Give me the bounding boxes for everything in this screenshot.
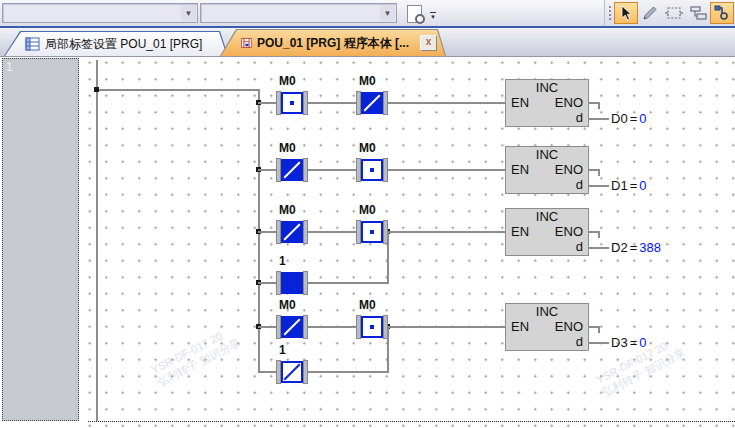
wire [308, 326, 357, 328]
contact-label: M0 [279, 298, 296, 312]
contact-label: M0 [359, 298, 376, 312]
tab-close-button[interactable]: x [420, 35, 437, 51]
contact-m0-open[interactable]: M0 [276, 91, 308, 115]
contact-m0-closed[interactable]: M0 [276, 220, 308, 244]
block-title: INC [506, 80, 588, 95]
monitored-output[interactable]: D0=0 [611, 111, 646, 126]
equals-sign: = [630, 240, 638, 255]
toolbar-overflow-button[interactable]: ▾ [428, 12, 438, 24]
tab-local-label-settings[interactable]: 局部标签设置 POU_01 [PRG] [4, 31, 228, 56]
plc-ide-window: ▼ ▼ ▾ [0, 0, 735, 428]
junction-dot [94, 87, 99, 92]
contact-label: M0 [359, 74, 376, 88]
wire [388, 169, 505, 171]
operand-value: 0 [639, 178, 646, 193]
equals-sign: = [630, 178, 638, 193]
contact-m0-closed[interactable]: M0 [276, 158, 308, 182]
d-output-wire [589, 342, 609, 344]
network-header-selected[interactable]: 1 [2, 58, 79, 421]
eno-stub-hook [598, 231, 600, 238]
inc-function-block[interactable]: INC ENENO d [505, 146, 589, 194]
combo-2-dropdown-arrow-icon[interactable]: ▼ [380, 5, 395, 21]
operand-name: D0 [611, 111, 628, 126]
dashed-box-icon [665, 5, 683, 21]
en-pin: EN [511, 162, 529, 177]
contact-label: M0 [359, 141, 376, 155]
cursor-arrow-icon [618, 5, 634, 21]
block-title: INC [506, 209, 588, 224]
block-title: INC [506, 304, 588, 319]
eno-stub-hook [598, 326, 600, 333]
contact-label: M0 [279, 203, 296, 217]
branch-merge-wire [387, 328, 389, 373]
contact-m0-open[interactable]: M0 [356, 158, 388, 182]
toolbar-grip-handle[interactable] [607, 4, 612, 22]
left-power-rail [96, 60, 98, 421]
fb-ladder-toggle-icon [714, 5, 730, 21]
wire [308, 102, 357, 104]
equals-sign: = [630, 335, 638, 350]
wire [258, 169, 277, 171]
block-diagram-icon [689, 5, 707, 21]
insert-network-tool-button[interactable] [686, 2, 710, 24]
contact-m0-open[interactable]: M0 [356, 315, 388, 339]
d-pin: d [506, 110, 588, 125]
wire [308, 282, 389, 284]
operand-value: 0 [639, 335, 646, 350]
eno-pin: ENO [555, 162, 583, 177]
wire [258, 231, 277, 233]
contact-label: M0 [279, 74, 296, 88]
edit-tool-group [604, 0, 735, 26]
monitored-output[interactable]: D2=388 [611, 240, 661, 255]
branch-merge-wire [387, 233, 389, 284]
d-pin: d [506, 239, 588, 254]
operand-name: D1 [611, 178, 628, 193]
inc-function-block[interactable]: INC ENENO d [505, 303, 589, 351]
inc-function-block[interactable]: INC ENENO d [505, 79, 589, 127]
contact-const-1-open-slash[interactable]: 1 [276, 360, 308, 384]
eno-stub-hook [598, 169, 600, 176]
d-pin: d [506, 334, 588, 349]
toolbar-combo-2[interactable]: ▼ [200, 3, 397, 23]
document-tab-bar: 局部标签设置 POU_01 [PRG] POU_01 [PRG] 程序本体 [.… [0, 28, 735, 57]
eno-stub-hook [598, 102, 600, 109]
wire [388, 231, 505, 233]
contact-const-1-solid[interactable]: 1 [276, 271, 308, 295]
tab-label: POU_01 [PRG] 程序本体 [... [257, 35, 409, 52]
insert-block-tool-button[interactable] [662, 2, 686, 24]
operand-value: 388 [639, 240, 661, 255]
contact-m0-closed[interactable]: M0 [276, 315, 308, 339]
tab-program-body-active[interactable]: POU_01 [PRG] 程序本体 [... x [220, 29, 446, 56]
select-tool-button[interactable] [614, 2, 638, 24]
find-page-button[interactable] [403, 4, 425, 24]
d-output-wire [589, 247, 609, 249]
monitored-output[interactable]: D3=0 [611, 335, 646, 350]
monitored-output[interactable]: D1=0 [611, 178, 646, 193]
wire [258, 371, 277, 373]
contact-m0-open[interactable]: M0 [356, 220, 388, 244]
wire [308, 371, 389, 373]
inc-function-block[interactable]: INC ENENO d [505, 208, 589, 256]
fbd-editor-area: 1 M0 M0 INC ENENO d [0, 57, 735, 428]
contact-label: 1 [279, 343, 286, 357]
d-output-wire [589, 185, 609, 187]
contact-label: M0 [359, 203, 376, 217]
en-pin: EN [511, 224, 529, 239]
combo-1-dropdown-arrow-icon[interactable]: ▼ [181, 5, 196, 21]
contact-label: M0 [279, 141, 296, 155]
top-toolbar: ▼ ▼ ▾ [0, 0, 735, 28]
en-pin: EN [511, 319, 529, 334]
wire [258, 326, 277, 328]
wire [388, 102, 505, 104]
toolbar-combo-1[interactable]: ▼ [2, 3, 198, 23]
wire [308, 231, 357, 233]
en-pin: EN [511, 95, 529, 110]
d-output-wire [589, 118, 609, 120]
interconnect-tool-button[interactable] [638, 2, 662, 24]
feeder-wire [96, 89, 259, 91]
tab-label: 局部标签设置 POU_01 [PRG] [45, 36, 202, 53]
fb-ladder-toggle-button[interactable] [710, 2, 734, 24]
contact-label: 1 [279, 254, 286, 268]
contact-m0-closed[interactable]: M0 [356, 91, 388, 115]
d-pin: d [506, 177, 588, 192]
